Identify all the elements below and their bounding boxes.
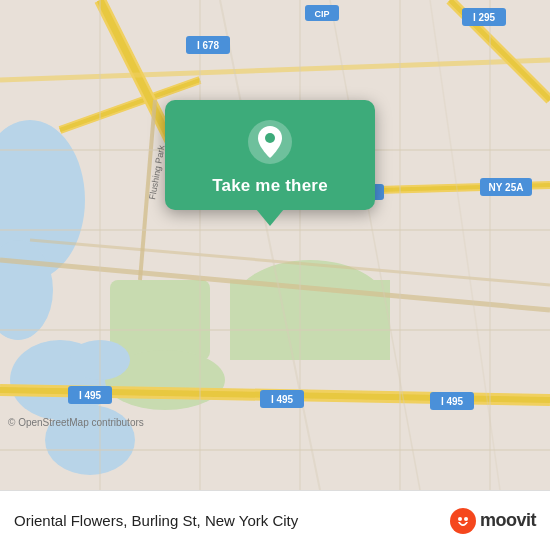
svg-text:I 495: I 495 [441, 396, 464, 407]
svg-text:I 495: I 495 [271, 394, 294, 405]
svg-point-53 [458, 517, 462, 521]
popup-card: Take me there [165, 100, 375, 210]
location-pin-icon [246, 118, 294, 166]
svg-rect-5 [110, 280, 210, 360]
moovit-logo-text: moovit [480, 510, 536, 531]
svg-text:CIP: CIP [314, 9, 329, 19]
svg-text:I 495: I 495 [79, 390, 102, 401]
copyright-text: © OpenStreetMap contributors [8, 417, 144, 428]
map-container: I 678 I 295 CIP 25A NY 25A I 495 I 495 I… [0, 0, 550, 490]
svg-text:NY 25A: NY 25A [489, 182, 524, 193]
svg-text:I 678: I 678 [197, 40, 220, 51]
moovit-logo-icon [450, 508, 476, 534]
svg-text:I 295: I 295 [473, 12, 496, 23]
svg-point-52 [265, 133, 275, 143]
svg-point-54 [464, 517, 468, 521]
location-label: Oriental Flowers, Burling St, New York C… [14, 512, 450, 529]
svg-point-4 [45, 405, 135, 475]
moovit-logo: moovit [450, 508, 536, 534]
bottom-bar: Oriental Flowers, Burling St, New York C… [0, 490, 550, 550]
take-me-there-button[interactable]: Take me there [212, 176, 328, 196]
